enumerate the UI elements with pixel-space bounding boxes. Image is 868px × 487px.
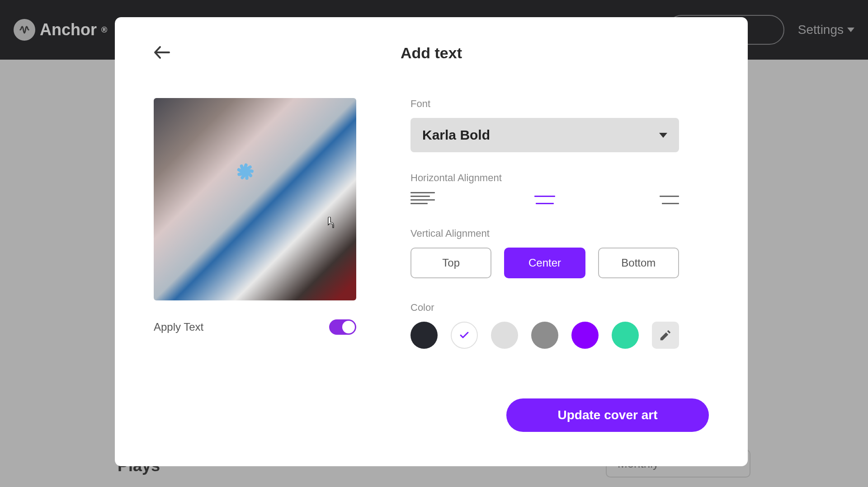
valign-center-button[interactable]: Center bbox=[504, 248, 585, 278]
check-icon bbox=[459, 330, 470, 341]
eyedropper-icon bbox=[659, 328, 672, 342]
color-swatch-teal[interactable] bbox=[612, 322, 639, 349]
eyedropper-button[interactable] bbox=[652, 322, 679, 349]
modal-body: Apply Text Font Karla Bold Horizontal Al… bbox=[154, 98, 709, 432]
color-swatch-dark[interactable] bbox=[410, 322, 438, 349]
loading-spinner-icon bbox=[231, 171, 263, 203]
preview-column: Apply Text bbox=[154, 98, 356, 432]
align-right-icon[interactable] bbox=[655, 192, 679, 204]
caret-down-icon bbox=[659, 133, 667, 138]
cover-art-preview bbox=[154, 98, 356, 300]
valign-label: Vertical Alignment bbox=[410, 228, 709, 239]
color-swatch-purple[interactable] bbox=[571, 322, 599, 349]
back-arrow-icon[interactable] bbox=[154, 45, 170, 62]
font-label: Font bbox=[410, 98, 709, 110]
font-value: Karla Bold bbox=[422, 127, 490, 143]
apply-text-toggle[interactable] bbox=[329, 319, 356, 335]
add-text-modal: Add text Apply Text bbox=[115, 17, 748, 466]
align-center-icon[interactable] bbox=[533, 192, 557, 204]
update-cover-art-button[interactable]: Update cover art bbox=[506, 398, 709, 432]
color-swatch-white[interactable] bbox=[451, 322, 478, 349]
color-swatch-lightgray[interactable] bbox=[491, 322, 518, 349]
font-select[interactable]: Karla Bold bbox=[410, 118, 679, 152]
halign-row bbox=[410, 192, 679, 204]
apply-text-label: Apply Text bbox=[154, 321, 203, 333]
controls-column: Font Karla Bold Horizontal Alignment Ver… bbox=[410, 98, 709, 432]
color-label: Color bbox=[410, 302, 709, 314]
align-left-icon[interactable] bbox=[410, 192, 435, 204]
color-swatch-gray[interactable] bbox=[531, 322, 558, 349]
toggle-knob bbox=[342, 321, 355, 333]
valign-row: Top Center Bottom bbox=[410, 248, 679, 278]
modal-title: Add text bbox=[154, 44, 709, 62]
modal-header: Add text bbox=[154, 44, 709, 62]
valign-bottom-button[interactable]: Bottom bbox=[598, 248, 679, 278]
valign-top-button[interactable]: Top bbox=[410, 248, 491, 278]
color-row bbox=[410, 322, 679, 349]
apply-text-row: Apply Text bbox=[154, 319, 356, 335]
halign-label: Horizontal Alignment bbox=[410, 172, 709, 184]
